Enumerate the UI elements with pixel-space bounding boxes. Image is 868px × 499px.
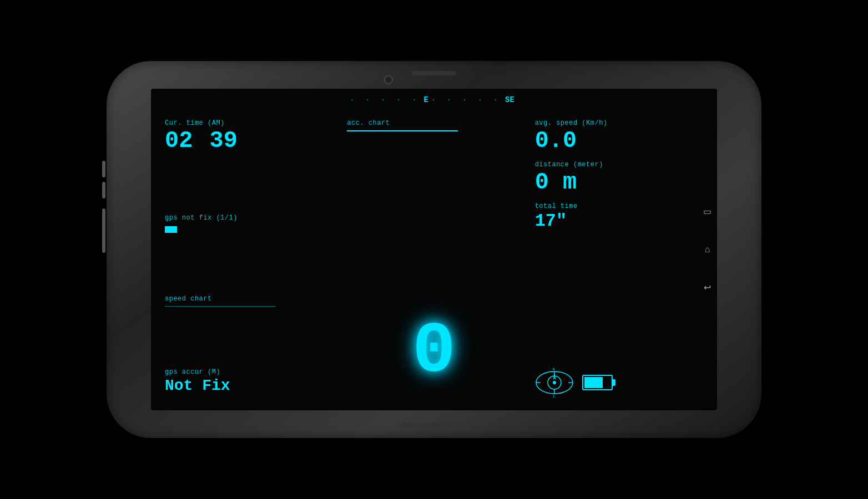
bottom-right-area: N S	[535, 363, 703, 402]
home-icon[interactable]: ⌂	[705, 245, 710, 254]
acc-chart-area: acc. chart	[347, 119, 521, 131]
gps-fix-label: gps not fix (1/1)	[165, 214, 333, 222]
svg-text:S: S	[553, 394, 555, 398]
svg-text:N: N	[553, 367, 555, 371]
compass-dots-mid: · · · · ·	[432, 97, 502, 103]
volume-up-button	[102, 161, 105, 177]
cur-time-label: Cur. time (AM)	[165, 119, 333, 127]
phone-speaker-top	[412, 71, 456, 75]
cur-time-section: Cur. time (AM) 02 39	[165, 119, 333, 152]
battery-icon	[582, 375, 613, 390]
time-display: 02 39	[165, 129, 333, 152]
acc-chart-label: acc. chart	[347, 119, 521, 127]
distance-value: 0 m	[535, 171, 703, 194]
screen-content: Cur. time (AM) 02 39 gps not fix (1/1) s…	[151, 111, 717, 410]
gps-accur-value: Not Fix	[165, 378, 333, 394]
side-buttons	[102, 161, 105, 253]
speed-chart-section: speed chart	[165, 295, 333, 307]
speed-chart-line	[165, 306, 276, 307]
total-time-label: total time	[535, 202, 703, 210]
right-panel: avg. speed (Km/h) 0.0 distance (meter) 0…	[527, 116, 711, 405]
gps-accur-label: gps accur (M)	[165, 368, 333, 376]
svg-marker-9	[553, 373, 556, 380]
avg-speed-label: avg. speed (Km/h)	[535, 119, 703, 127]
time-hours: 02	[165, 129, 193, 152]
speed-chart-label: speed chart	[165, 295, 333, 303]
phone-camera	[384, 75, 393, 84]
total-time-value: 17"	[535, 212, 703, 230]
time-minutes: 39	[209, 129, 237, 152]
compass-east-label: E	[423, 95, 428, 104]
left-panel: Cur. time (AM) 02 39 gps not fix (1/1) s…	[157, 116, 341, 405]
compass-rose: N S	[535, 363, 574, 402]
recents-icon[interactable]: ▭	[703, 206, 711, 217]
speed-display: 0	[412, 316, 456, 388]
acc-chart-line	[347, 130, 458, 131]
avg-speed-value: 0.0	[535, 129, 703, 152]
compass-se-label: SE	[505, 95, 514, 104]
total-time-section: total time 17"	[535, 202, 703, 230]
center-panel: acc. chart 0	[341, 116, 526, 405]
compass-strip: · · · · · E · · · · · SE	[151, 89, 717, 111]
phone-device: · · · · · E · · · · · SE Cur. time (AM) …	[107, 61, 761, 438]
phone-screen: · · · · · E · · · · · SE Cur. time (AM) …	[151, 89, 717, 410]
distance-section: distance (meter) 0 m	[535, 161, 703, 194]
battery-fill	[584, 377, 603, 388]
screen-nav-icons[interactable]: ▭ ⌂ ↩	[703, 206, 711, 293]
volume-down-button	[102, 182, 105, 198]
gps-fix-section: gps not fix (1/1)	[165, 214, 333, 233]
gps-fix-bar	[165, 226, 177, 233]
gps-accur-section: gps accur (M) Not Fix	[165, 368, 333, 394]
power-button	[102, 208, 105, 253]
avg-speed-section: avg. speed (Km/h) 0.0	[535, 119, 703, 152]
phone-speaker-bottom	[401, 422, 467, 428]
compass-dots-left: · · · · ·	[350, 97, 420, 103]
distance-label: distance (meter)	[535, 161, 703, 169]
svg-point-2	[553, 381, 556, 384]
back-icon[interactable]: ↩	[704, 282, 711, 293]
